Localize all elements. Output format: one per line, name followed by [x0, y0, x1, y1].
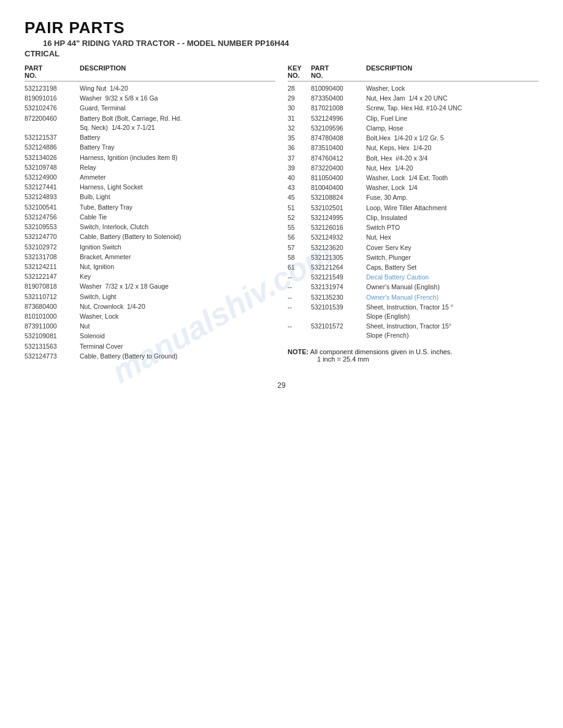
part-number: 819091016: [25, 94, 80, 103]
part-description: Decal Battery Caution: [366, 273, 538, 282]
part-description: Washer, Lock 1/4: [366, 183, 538, 192]
right-part-no-header: NO.: [311, 72, 366, 79]
part-description: Sheet, Instruction, Tractor 15° Slope (F…: [366, 322, 538, 340]
part-description: Nut, Keps, Hex 1/4-20: [366, 143, 538, 153]
part-number: 872200460: [25, 114, 80, 132]
note-section: NOTE: All component dimensions given in …: [288, 348, 538, 363]
right-part-row: --532135230Owner's Manual (French): [288, 293, 538, 302]
part-number: 810040400: [311, 183, 366, 192]
part-header: PART: [25, 64, 80, 72]
key-number: 51: [288, 203, 311, 213]
parts-table: PART NO. DESCRIPTION 532123198Wing Nut 1…: [25, 64, 538, 363]
part-description: Nut, Hex: [366, 233, 538, 242]
part-number: 532123198: [25, 84, 80, 93]
left-part-row: 532123198Wing Nut 1/4-20: [25, 84, 275, 93]
part-number: 532134026: [25, 153, 80, 162]
part-description: Harness, Light Socket: [80, 183, 275, 192]
left-part-row: 532102972Ignition Switch: [25, 243, 275, 252]
part-description: Nut, Hex Jam 1/4 x 20 UNC: [366, 94, 538, 103]
key-number: 35: [288, 134, 311, 143]
right-part-row: --532101539Sheet, Instruction, Tractor 1…: [288, 303, 538, 321]
part-number: 532121549: [311, 273, 366, 282]
part-number: 532124996: [311, 114, 366, 123]
right-part-row: 40811050400Washer, Lock 1/4 Ext. Tooth: [288, 173, 538, 183]
part-number: 532131563: [25, 342, 80, 351]
part-description: Solenoid: [80, 332, 275, 341]
part-number: 532131708: [25, 252, 80, 262]
key-no-header: NO.: [288, 72, 311, 79]
part-number: 532126016: [311, 223, 366, 232]
part-number: 532102501: [311, 203, 366, 213]
part-number: 532124886: [25, 143, 80, 152]
right-part-row: 51532102501Loop, Wire Tiller Attachment: [288, 203, 538, 213]
key-header: KEY: [288, 64, 311, 72]
left-part-row: 532124211Nut, Ignition: [25, 262, 275, 271]
part-number: 873911000: [25, 322, 80, 331]
right-part-row: 61532121264Caps, Battery Set: [288, 263, 538, 272]
part-description: Caps, Battery Set: [366, 263, 538, 272]
right-parts-list: 28810090400Washer, Lock29873350400Nut, H…: [288, 84, 538, 341]
note-label: NOTE:: [288, 348, 308, 355]
part-number: 532131974: [311, 282, 366, 292]
left-part-row: 532127441Harness, Light Socket: [25, 183, 275, 192]
note-text: All component dimensions given in U.S. i…: [310, 348, 453, 355]
part-number: 874780408: [311, 134, 366, 143]
part-number: 532102476: [25, 104, 80, 113]
key-number: --: [288, 303, 311, 321]
part-number: 873680400: [25, 302, 80, 311]
key-number: 61: [288, 263, 311, 272]
left-part-row: 532110712Switch, Light: [25, 292, 275, 301]
key-number: 45: [288, 193, 311, 202]
left-part-row: 532121537Battery: [25, 133, 275, 142]
left-part-row: 532100541Tube, Battery Tray: [25, 203, 275, 212]
right-part-row: --532101572Sheet, Instruction, Tractor 1…: [288, 322, 538, 340]
part-description: Cover Serv Key: [366, 243, 538, 252]
part-number: 532127441: [25, 183, 80, 192]
part-number: 532109748: [25, 163, 80, 172]
part-number: 532101539: [311, 303, 366, 321]
key-number: 37: [288, 154, 311, 163]
right-part-row: 32532109596Clamp, Hose: [288, 124, 538, 133]
part-number: 532124211: [25, 262, 80, 271]
key-number: --: [288, 322, 311, 340]
part-description: Tube, Battery Tray: [80, 203, 275, 212]
right-part-row: 58532121305Switch, Plunger: [288, 253, 538, 262]
key-number: 39: [288, 164, 311, 173]
part-no-header: NO.: [25, 72, 80, 79]
part-description: Washer 9/32 x 5/8 x 16 Ga: [80, 94, 275, 103]
part-description: Switch, Interlock, Clutch: [80, 222, 275, 232]
desc-header-right: DESCRIPTION: [366, 64, 538, 79]
right-part-row: --532121549Decal Battery Caution: [288, 273, 538, 282]
key-number: 30: [288, 104, 311, 113]
part-description: Key: [80, 272, 275, 281]
part-description: Terminal Cover: [80, 342, 275, 351]
left-part-row: 532109553Switch, Interlock, Clutch: [25, 222, 275, 232]
part-description: Guard, Terminal: [80, 104, 275, 113]
note-text2: 1 inch = 25.4 mm: [317, 355, 369, 363]
part-number: 532108824: [311, 193, 366, 202]
left-part-row: 872200460Battery Bolt (Bolt, Carriage, R…: [25, 114, 275, 132]
part-number: 810101000: [25, 312, 80, 321]
key-number: 56: [288, 233, 311, 242]
part-number: 873220400: [311, 164, 366, 173]
part-description: Bulb, Light: [80, 192, 275, 202]
left-part-row: 532124773Cable, Battery (Battery to Grou…: [25, 352, 275, 361]
key-number: 28: [288, 84, 311, 93]
part-number: 532135230: [311, 293, 366, 302]
part-description: Owner's Manual (French): [366, 293, 538, 302]
key-number: 55: [288, 223, 311, 232]
part-description: Wing Nut 1/4-20: [80, 84, 275, 93]
part-description: Relay: [80, 163, 275, 172]
left-part-row: 532109748Relay: [25, 163, 275, 172]
right-column: KEY NO. PART NO. DESCRIPTION 28810090400…: [288, 64, 538, 363]
section-label: CTRICAL: [25, 49, 538, 58]
part-number: 532110712: [25, 292, 80, 301]
left-col-header: PART NO. DESCRIPTION: [25, 64, 275, 82]
left-part-row: 819070818Washer 7/32 x 1/2 x 18 Gauge: [25, 282, 275, 291]
right-part-row: 30817021008Screw, Tap. Hex Hd. #10-24 UN…: [288, 104, 538, 113]
left-part-row: 819091016Washer 9/32 x 5/8 x 16 Ga: [25, 94, 275, 103]
right-part-row: 55532126016Switch PTO: [288, 223, 538, 232]
part-number: 817021008: [311, 104, 366, 113]
part-number: 532122147: [25, 272, 80, 281]
part-number: 873350400: [311, 94, 366, 103]
